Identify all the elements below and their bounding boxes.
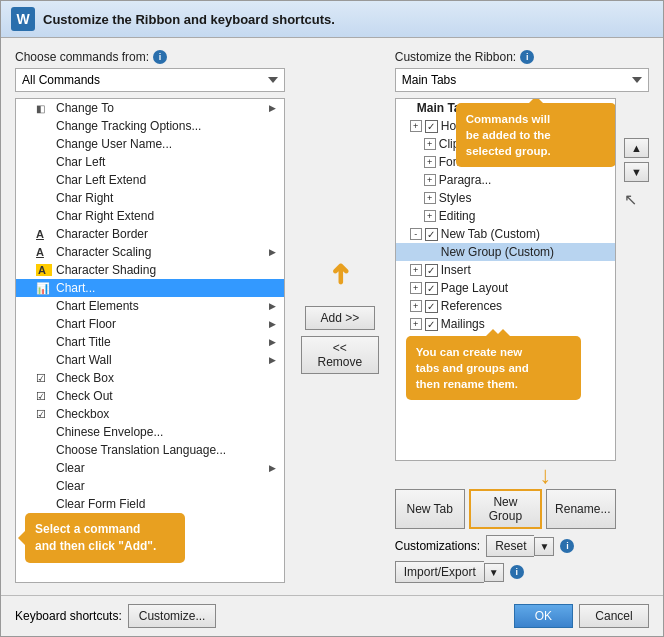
list-item[interactable]: Char Right Extend <box>16 207 284 225</box>
orange-arrow-right: ➜ <box>326 262 354 285</box>
list-item[interactable]: Char Left <box>16 153 284 171</box>
import-export-info-icon[interactable]: i <box>510 565 524 579</box>
list-item[interactable]: A Character Scaling ▶ <box>16 243 284 261</box>
expander-home[interactable]: + <box>410 120 422 132</box>
list-item[interactable]: Clear Form Field <box>16 495 284 513</box>
checkbox-new-tab[interactable] <box>425 228 438 241</box>
list-item[interactable]: Change Tracking Options... <box>16 117 284 135</box>
tree-item-references[interactable]: + References <box>396 297 615 315</box>
arrow-icon: ▶ <box>269 301 280 311</box>
left-info-icon[interactable]: i <box>153 50 167 64</box>
arrow-icon: ▶ <box>269 319 280 329</box>
keyboard-shortcuts-label: Keyboard shortcuts: <box>15 609 122 623</box>
list-item[interactable]: Chart Floor ▶ <box>16 315 284 333</box>
tree-item-mailings[interactable]: + Mailings <box>396 315 615 333</box>
add-button[interactable]: Add >> <box>305 306 375 330</box>
checkbox-bg-removal[interactable] <box>425 372 438 385</box>
expander-view[interactable]: + <box>410 354 422 366</box>
ribbon-tree[interactable]: Commands willbe added to theselected gro… <box>395 98 616 461</box>
right-list-wrapper: Commands willbe added to theselected gro… <box>395 98 616 583</box>
list-item[interactable]: Change User Name... <box>16 135 284 153</box>
tree-item-view[interactable]: + View <box>396 351 615 369</box>
import-export-arrow-button[interactable]: ▼ <box>484 563 504 582</box>
tree-item-home[interactable]: + Home <box>396 117 615 135</box>
tree-item-clipboard[interactable]: + Clipbo... <box>396 135 615 153</box>
customize-keyboard-button[interactable]: Customize... <box>128 604 217 628</box>
checkbox-mailings[interactable] <box>425 318 438 331</box>
checkbox-view[interactable] <box>425 354 438 367</box>
list-item[interactable]: Chinese Envelope... <box>16 423 284 441</box>
checkbox-review[interactable] <box>425 336 438 349</box>
reset-dropdown: Reset ▼ <box>486 535 554 557</box>
list-item[interactable]: Chart Elements ▶ <box>16 297 284 315</box>
customize-ribbon-dialog: W Customize the Ribbon and keyboard shor… <box>0 0 664 637</box>
left-dropdown[interactable]: All Commands <box>15 68 285 92</box>
expander-editing[interactable]: + <box>424 210 436 222</box>
expander-page-layout[interactable]: + <box>410 282 422 294</box>
rename-button[interactable]: Rename... <box>546 489 616 529</box>
right-panel: Customize the Ribbon: i Main Tabs Comman… <box>395 50 649 583</box>
tree-item-insert[interactable]: + Insert <box>396 261 615 279</box>
dialog-icon: W <box>11 7 35 31</box>
move-down-button[interactable]: ▼ <box>624 162 649 182</box>
right-info-icon[interactable]: i <box>520 50 534 64</box>
left-dropdown-label: Choose commands from: i <box>15 50 285 64</box>
tree-item-new-group[interactable]: New Group (Custom) <box>396 243 615 261</box>
tree-item-review[interactable]: + Review <box>396 333 615 351</box>
list-item[interactable]: Char Left Extend <box>16 171 284 189</box>
checkbox-page-layout[interactable] <box>425 282 438 295</box>
checkbox-home[interactable] <box>425 120 438 133</box>
checkbox-references[interactable] <box>425 300 438 313</box>
title-bar: W Customize the Ribbon and keyboard shor… <box>1 1 663 38</box>
expander-styles[interactable]: + <box>424 192 436 204</box>
new-group-button[interactable]: New Group <box>469 489 542 529</box>
reset-arrow-button[interactable]: ▼ <box>534 537 554 556</box>
customizations-info-icon[interactable]: i <box>560 539 574 553</box>
list-item[interactable]: A Character Border <box>16 225 284 243</box>
cancel-button[interactable]: Cancel <box>579 604 649 628</box>
expander-font[interactable]: + <box>424 156 436 168</box>
list-item[interactable]: Clear ▶ <box>16 459 284 477</box>
tree-item-new-tab[interactable]: - New Tab (Custom) <box>396 225 615 243</box>
tree-item-main-tabs[interactable]: Main Tabs <box>396 99 615 117</box>
new-tab-group-row: New Tab New Group Rename... <box>395 489 616 529</box>
right-side-arrows: ▲ ▼ ↖ <box>620 98 649 583</box>
main-content: Choose commands from: i All Commands ◧ C… <box>15 50 649 583</box>
arrow-icon: ▶ <box>269 337 280 347</box>
expander-insert[interactable]: + <box>410 264 422 276</box>
right-dropdown[interactable]: Main Tabs <box>395 68 649 92</box>
checkbox-insert[interactable] <box>425 264 438 277</box>
list-item[interactable]: Clear <box>16 477 284 495</box>
arrow-icon: ▶ <box>269 463 280 473</box>
tree-item-bg-removal[interactable]: + Background Removal <box>396 369 615 387</box>
new-tab-button[interactable]: New Tab <box>395 489 465 529</box>
expander-paragraph[interactable]: + <box>424 174 436 186</box>
list-item[interactable]: ◧ Change To ▶ <box>16 99 284 117</box>
import-export-button[interactable]: Import/Export <box>395 561 484 583</box>
list-item[interactable]: ☑ Check Out <box>16 387 284 405</box>
list-item[interactable]: Choose Translation Language... <box>16 441 284 459</box>
remove-button[interactable]: << Remove <box>301 336 379 374</box>
tree-item-font[interactable]: + Font <box>396 153 615 171</box>
commands-list[interactable]: ◧ Change To ▶ Change Tracking Options...… <box>15 98 285 583</box>
expander-references[interactable]: + <box>410 300 422 312</box>
ok-button[interactable]: OK <box>514 604 573 628</box>
tree-item-page-layout[interactable]: + Page Layout <box>396 279 615 297</box>
list-item[interactable]: ☑ Checkbox <box>16 405 284 423</box>
list-item-chart[interactable]: 📊 Chart... <box>16 279 284 297</box>
move-up-button[interactable]: ▲ <box>624 138 649 158</box>
expander-review[interactable]: + <box>410 336 422 348</box>
tree-item-styles[interactable]: + Styles <box>396 189 615 207</box>
reset-button[interactable]: Reset <box>486 535 534 557</box>
expander-mailings[interactable]: + <box>410 318 422 330</box>
expander-clipboard[interactable]: + <box>424 138 436 150</box>
expander-bg-removal[interactable]: + <box>410 372 422 384</box>
list-item[interactable]: Chart Title ▶ <box>16 333 284 351</box>
tree-item-editing[interactable]: + Editing <box>396 207 615 225</box>
expander-new-tab[interactable]: - <box>410 228 422 240</box>
list-item[interactable]: A Character Shading <box>16 261 284 279</box>
list-item[interactable]: ☑ Check Box <box>16 369 284 387</box>
list-item[interactable]: Chart Wall ▶ <box>16 351 284 369</box>
list-item[interactable]: Char Right <box>16 189 284 207</box>
tree-item-paragraph[interactable]: + Paragra... <box>396 171 615 189</box>
